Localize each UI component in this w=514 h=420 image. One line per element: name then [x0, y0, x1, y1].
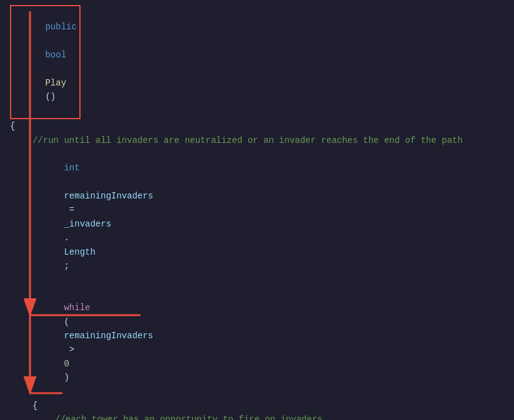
- code-line-3: //run until all invaders are neutralized…: [0, 134, 514, 147]
- keyword-bool: bool: [45, 50, 66, 60]
- code-line-1: public bool Play (): [0, 5, 514, 119]
- highlight-play-method: public bool Play (): [10, 5, 81, 119]
- code-container: public bool Play () { //run until all in…: [0, 0, 514, 420]
- code-line-5: while ( remainingInvaders > 0 ): [0, 287, 514, 399]
- function-play: Play: [45, 78, 66, 88]
- code-line-2: {: [0, 119, 514, 133]
- keyword-public: public: [45, 22, 76, 32]
- code-line-6: {: [0, 399, 514, 413]
- code-line-7: //each tower has an opportunity to fire …: [0, 413, 514, 420]
- comment-tower: //each tower has an opportunity to fire …: [55, 413, 322, 420]
- comment-run: //run until all invaders are neutralized…: [32, 134, 463, 147]
- code-line-4: int remainingInvaders = _invaders . Leng…: [0, 147, 514, 287]
